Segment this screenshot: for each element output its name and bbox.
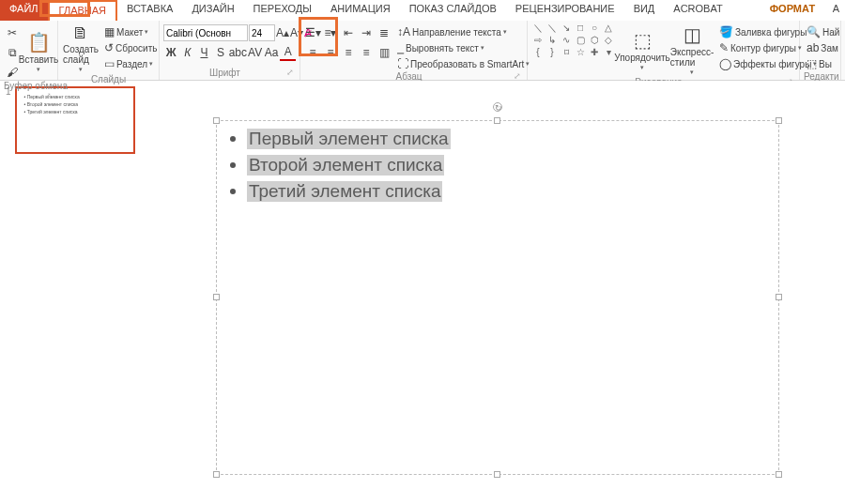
smartart-button[interactable]: ⛶Преобразовать в SmartArt▾ [394,56,532,71]
bullet-icon [230,162,236,168]
align-left-icon[interactable]: ≡ [304,44,321,61]
text-direction-button[interactable]: ↕AНаправление текста▾ [394,24,532,39]
numbering-icon[interactable]: ≡▾ [322,24,339,41]
arrange-label: Упорядочить [614,53,670,63]
tab-design[interactable]: ДИЗАЙН [182,0,243,21]
shape-plus-icon[interactable]: ✚ [588,47,601,58]
shape-hex-icon[interactable]: ⬡ [588,35,601,46]
tab-acrobat[interactable]: ACROBAT [664,0,731,21]
slide-canvas[interactable]: Первый элемент списка Второй элемент спи… [141,81,845,504]
layout-icon: ▦ [104,25,115,38]
underline-icon[interactable]: Ч [196,44,212,61]
shape-tri-icon[interactable]: △ [602,23,615,34]
clipboard-group-label: Буфер обмена [4,81,68,91]
paste-button[interactable]: 📋 Вставить ▾ [19,23,58,81]
resize-handle[interactable] [776,117,782,124]
shadow-icon[interactable]: abc [229,44,246,61]
grow-font-icon[interactable]: A▴ [276,24,289,41]
align-text-button[interactable]: ⎯Выровнять текст▾ [394,40,532,55]
align-right-icon[interactable]: ≡ [340,44,357,61]
italic-icon[interactable]: К [180,44,196,61]
right-fragment: А [827,0,845,21]
shape-line-icon[interactable]: ＼ [531,23,545,34]
list-item-text: Второй элемент списка [247,155,444,176]
chevron-down-icon: ▾ [37,66,40,73]
select-icon: ⬚ [807,57,817,70]
justify-icon[interactable]: ≡ [358,44,375,61]
line-spacing-icon[interactable]: ≣ [376,24,392,41]
section-button[interactable]: ▭Раздел▾ [101,56,160,71]
new-slide-button[interactable]: 🗎 Создать слайд ▾ [62,23,100,74]
resize-handle[interactable] [213,471,220,478]
layout-button[interactable]: ▦Макет▾ [101,24,160,39]
resize-handle[interactable] [776,294,782,300]
shape-conn-icon[interactable]: ↳ [545,35,559,46]
bullets-icon[interactable]: ☰▾ [304,24,321,41]
tab-animations[interactable]: АНИМАЦИЯ [321,0,400,21]
new-slide-label: Создать слайд [63,44,99,65]
tab-format[interactable]: ФОРМАТ [760,0,824,21]
shape-round-icon[interactable]: ▢ [574,35,587,46]
font-size-combo[interactable] [249,24,275,41]
list-item[interactable]: Первый элемент списка [230,129,765,149]
decrease-indent-icon[interactable]: ⇤ [340,24,357,41]
list-item[interactable]: Третий элемент списка [230,181,765,202]
align-text-icon: ⎯ [397,41,404,54]
align-center-icon[interactable]: ≡ [322,44,339,61]
resize-handle[interactable] [494,471,500,478]
shape-star-icon[interactable]: ☆ [574,47,587,58]
replace-icon: ab [807,41,819,54]
pencil-icon: ✎ [719,41,729,54]
content-textbox[interactable]: Первый элемент списка Второй элемент спи… [216,120,779,475]
font-color-icon[interactable]: A [280,44,296,61]
tab-file[interactable]: ФАЙЛ [0,0,48,21]
shape-oval-icon[interactable]: ○ [588,23,601,34]
bullet-icon [230,136,236,142]
shape-arrow-icon[interactable]: ↘ [560,23,573,34]
slide: Первый элемент списка Второй элемент спи… [158,105,796,490]
strike-icon[interactable]: S [213,44,229,61]
rotate-handle[interactable] [493,102,502,112]
dialog-launcher-icon[interactable]: ⤢ [286,68,294,77]
shape-diamond-icon[interactable]: ◇ [602,35,615,46]
shape-callout-icon[interactable]: ⌑ [560,47,573,58]
case-icon[interactable]: Aa [264,44,280,61]
find-icon: 🔍 [807,25,821,38]
shape-line2-icon[interactable]: ＼ [545,23,559,34]
shape-more-icon[interactable]: ▾ [602,47,615,58]
replace-button[interactable]: abЗам [804,40,837,55]
shapes-gallery[interactable]: ＼＼↘□○△ ⇨↳∿▢⬡◇ {}⌑☆✚▾ [531,23,615,77]
chevron-down-icon: ▾ [79,66,83,73]
resize-handle[interactable] [213,117,220,124]
tab-home[interactable]: ГЛАВНАЯ [48,0,117,21]
dialog-launcher-icon[interactable]: ⤢ [44,91,52,100]
shape-brace-icon[interactable]: { [531,47,545,58]
shape-rect-icon[interactable]: □ [574,23,587,34]
resize-handle[interactable] [776,471,782,478]
spacing-icon[interactable]: AV [247,44,263,61]
tab-review[interactable]: РЕЦЕНЗИРОВАНИЕ [506,0,624,21]
tab-transitions[interactable]: ПЕРЕХОДЫ [244,0,321,21]
tab-view[interactable]: ВИД [624,0,665,21]
find-button[interactable]: 🔍Най [804,24,837,39]
bold-icon[interactable]: Ж [163,44,179,61]
shape-arrow2-icon[interactable]: ⇨ [531,35,545,46]
reset-button[interactable]: ↺Сбросить [101,40,160,55]
font-name-combo[interactable] [163,24,248,41]
arrange-button[interactable]: ⬚ Упорядочить ▾ [617,23,668,77]
select-button[interactable]: ⬚Вы [804,56,837,71]
shape-curve-icon[interactable]: ∿ [560,35,573,46]
list-item[interactable]: Второй элемент списка [230,155,765,176]
bucket-icon: 🪣 [719,25,733,38]
resize-handle[interactable] [213,294,220,300]
quick-styles-button[interactable]: ◫ Экспресс- стили ▾ [669,23,714,77]
increase-indent-icon[interactable]: ⇥ [358,24,375,41]
columns-icon[interactable]: ▥ [376,44,392,61]
text-direction-icon: ↕A [397,25,410,38]
tab-slideshow[interactable]: ПОКАЗ СЛАЙДОВ [400,0,506,21]
dialog-launcher-icon[interactable]: ⤢ [514,71,521,81]
shape-brace2-icon[interactable]: } [545,47,559,58]
thumb-line: Третий элемент списка [24,109,126,115]
resize-handle[interactable] [494,117,500,124]
tab-insert[interactable]: ВСТАВКА [117,0,182,21]
